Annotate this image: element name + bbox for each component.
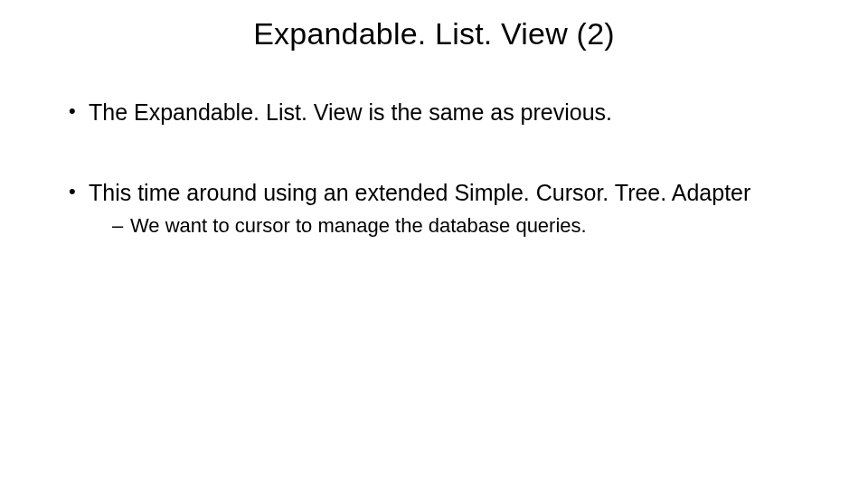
sub-text: We want to cursor to manage the database… [130, 214, 587, 237]
bullet-text: The Expandable. List. View is the same a… [89, 99, 612, 125]
bullet-item: The Expandable. List. View is the same a… [67, 99, 805, 127]
bullet-list: The Expandable. List. View is the same a… [63, 99, 805, 239]
bullet-item: This time around using an extended Simpl… [67, 179, 805, 239]
bullet-text: This time around using an extended Simpl… [89, 180, 750, 205]
sub-item: We want to cursor to manage the database… [112, 213, 805, 239]
slide-title: Expandable. List. View (2) [63, 16, 805, 52]
slide-container: Expandable. List. View (2) The Expandabl… [0, 0, 868, 488]
sub-list: We want to cursor to manage the database… [89, 213, 805, 239]
